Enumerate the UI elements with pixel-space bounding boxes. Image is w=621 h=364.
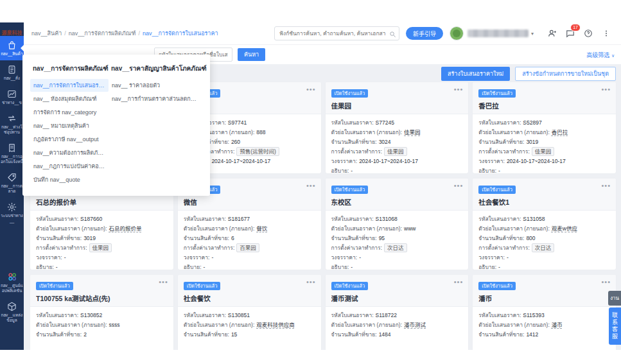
field-value: - [351, 264, 353, 270]
field-value: 1484 [379, 331, 391, 338]
card-field-row: วงจรราคา:- [478, 253, 610, 263]
notification-badge: 17 [570, 24, 581, 31]
field-value[interactable]: 香巴拉 [552, 129, 568, 135]
sidebar-item[interactable]: nav__ห่วงโซ่อุปทาน [0, 109, 24, 139]
field-label: การตั้งค่าเวลาทำการ: [478, 245, 530, 251]
field-label: วงจรราคา: [478, 158, 505, 164]
supply-chain-icon [7, 114, 17, 123]
card-more-icon[interactable]: ••• [601, 182, 611, 189]
breadcrumb-item[interactable]: nav__การจัดการใบเสนอราคา [143, 29, 218, 38]
field-label: ตัวย่อใบเสนอราคา (ภายนอก): [478, 322, 550, 328]
beginner-guide-button[interactable]: 新手引导 [406, 27, 443, 40]
card-more-icon[interactable]: ••• [601, 279, 611, 285]
field-value[interactable]: 石总的报价单 [109, 225, 142, 232]
field-value: S52897 [523, 119, 541, 126]
field-label: อธิบาย: [331, 264, 349, 270]
field-label: รหัสใบเสนอราคา: [331, 216, 374, 222]
app-window: 源泉科技 nav__สินค้าnav__สั่งช่าทาง__ขnav__ห… [0, 22, 621, 350]
dropdown-menu-item[interactable]: nav__ หมายเหตุสินค้า [30, 119, 109, 132]
messages-icon[interactable]: 17 [563, 26, 577, 40]
field-value: S181677 [228, 216, 250, 222]
card-field-row: จำนวนสินค้าที่ขาย:15 [184, 330, 315, 340]
sidebar-item[interactable]: nav__การตลาด [0, 168, 24, 198]
sidebar-item[interactable]: nav__สินค้า [0, 36, 24, 60]
field-value[interactable]: 佳果园 [404, 129, 421, 135]
dropdown-menu-item[interactable]: nav__การจัดการใบเสนอราคา [30, 79, 109, 92]
advanced-filter-toggle[interactable]: 高级筛选 ∨ [586, 51, 615, 59]
card-field-row: รหัสใบเสนอราคา:S131068 [331, 214, 463, 224]
field-label: รหัสใบเสนอราคา: [478, 119, 521, 126]
create-quote-button[interactable]: สร้างใบเสนอราคาใหม่ [441, 67, 510, 81]
dropdown-menu-item[interactable]: nav__การกำหนดราคาส่วนลดการสั่งซื้อแบบเต็… [109, 92, 202, 105]
card-field-row: วงจรราคา:2024-10-17~2024-10-17 [478, 157, 610, 166]
quote-title: 社会餐饮 [184, 293, 315, 303]
sidebar-item[interactable]: nav__ศูนย์แอปพลิเคชัน [0, 267, 24, 297]
field-value: - [64, 254, 66, 261]
field-value: S131058 [523, 216, 545, 222]
card-field-row: จำนวนสินค้าที่ขาย:3019 [478, 137, 610, 147]
help-icon[interactable] [581, 26, 595, 40]
dropdown-menu-item[interactable]: nav__ ราคาลอยตัว [109, 79, 202, 92]
search-button[interactable]: ค้นหา [238, 48, 265, 61]
card-more-icon[interactable]: ••• [306, 86, 316, 92]
quote-title: 石总的报价单 [36, 197, 168, 207]
sidebar-item[interactable]: nav__แหล่งข้อมูล [0, 297, 24, 327]
breadcrumb-item[interactable]: nav__สินค้า [31, 29, 62, 38]
field-value[interactable]: 潘币 [552, 322, 563, 328]
sidebar-item[interactable]: nav__การออกใบแจ้งหนี้ [0, 139, 24, 168]
card-more-icon[interactable]: ••• [454, 279, 464, 285]
card-field-row: วงจรราคา:- [184, 253, 315, 263]
task-tab[interactable]: งาน [608, 291, 621, 306]
customer-service-ribbon[interactable]: 联系客服 [609, 308, 621, 345]
card-more-icon[interactable]: ••• [306, 279, 316, 285]
field-label: ตัวย่อใบเสนอราคา (ภายนอก): [331, 225, 403, 232]
field-value: - [351, 168, 353, 173]
chevron-down-icon: ∨ [611, 53, 615, 58]
field-value[interactable]: 餐饮 [256, 225, 267, 232]
field-label: ตัวย่อใบเสนอราคา (ภายนอก): [331, 322, 403, 328]
create-batch-sales-button[interactable]: สร้างข้อกำหนดการขายใหม่เป็นชุด [515, 67, 616, 81]
card-field-row: รหัสใบเสนอราคา:S187660 [36, 214, 168, 224]
card-field-row: จำนวนสินค้าที่ขาย:2 [36, 330, 168, 340]
sidebar-item[interactable]: nav__สั่ง [0, 60, 24, 85]
avatar[interactable] [450, 26, 464, 40]
dropdown-menu-item[interactable]: กฎอัตราภาษี nav__output [30, 133, 109, 146]
global-search-input[interactable] [274, 26, 399, 40]
quote-card: เปิดใช้งานแล้ว ••• 佳果园 รหัสใบเสนอราคา:S7… [326, 82, 469, 173]
gear-icon [7, 202, 17, 212]
field-value: 佳果园 [384, 147, 407, 156]
more-options-icon[interactable] [599, 26, 613, 40]
breadcrumb-item[interactable]: nav__การจัดการผลิตภัณฑ์ [69, 29, 136, 38]
field-value[interactable]: 观麦科技供应商 [256, 322, 295, 328]
field-label: ตัวย่อใบเสนอราคา (ภายนอก): [184, 322, 255, 328]
dropdown-menu-item[interactable]: nav__กฎการแบ่งปันค่าคอมมิชชั่น [30, 160, 109, 173]
quote-card: เปิดใช้งานแล้ว ••• T100755 ka测试站点(先) รหั… [30, 275, 173, 350]
card-field-row: จำนวนสินค้าที่ขาย:3019 [36, 234, 168, 243]
field-value: 佳果园 [89, 243, 112, 252]
breadcrumb-separator: / [64, 30, 66, 37]
quote-card: เปิดใช้งานแล้ว ••• 潘币测试 รหัสใบเสนอราคา:S… [326, 275, 469, 350]
card-more-icon[interactable]: ••• [159, 279, 168, 285]
field-value: 3019 [83, 235, 96, 241]
sidebar-item[interactable]: ช่าทาง__ข [0, 85, 24, 109]
dropdown-menu-item[interactable]: nav__ ห้องสมุดผลิตภัณฑ์ [30, 92, 109, 105]
field-label: อธิบาย: [36, 264, 54, 270]
dropdown-menu-item[interactable]: การจัดการ nav_category [30, 106, 109, 119]
dropdown-menu-item[interactable]: nav__ความต้องการผลิตภัณฑ์ใหม่ [30, 146, 109, 159]
field-value: 次日达 [384, 243, 407, 252]
chevron-down-icon[interactable]: ▾ [531, 31, 534, 37]
sidebar-item[interactable]: ระบบช่าทาง__ [0, 198, 24, 227]
card-more-icon[interactable]: ••• [454, 182, 464, 189]
card-more-icon[interactable]: ••• [601, 86, 611, 92]
field-value[interactable]: 观麦w供应 [552, 225, 577, 232]
dropdown-menu-item[interactable]: บันทึก nav__quote [30, 173, 109, 186]
card-field-row: จำนวนสินค้าที่ขาย:800 [478, 234, 610, 243]
sidebar-item-label: ช่าทาง__ข [1, 100, 24, 105]
topbar: nav__สินค้า/nav__การจัดการผลิตภัณฑ์/nav_… [24, 22, 621, 45]
contacts-icon[interactable] [545, 26, 559, 40]
card-field-row: อธิบาย:- [478, 263, 610, 270]
card-more-icon[interactable]: ••• [454, 86, 464, 92]
field-value[interactable]: 潘币测试 [404, 322, 426, 328]
card-more-icon[interactable]: ••• [306, 182, 316, 189]
field-value: 百果园 [236, 243, 259, 252]
